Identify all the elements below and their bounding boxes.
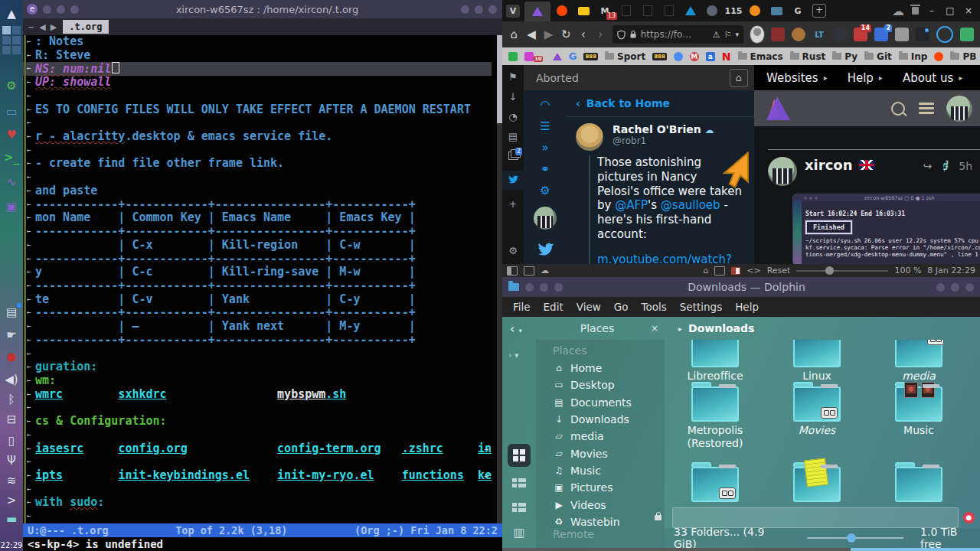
window-dot-button[interactable] (461, 5, 469, 14)
window-dot-button[interactable] (540, 283, 548, 292)
workspace-pager[interactable] (2, 26, 21, 54)
clear-filter-icon[interactable]: ● (963, 512, 975, 523)
places-item-pictures[interactable]: ▣Pictures (536, 479, 665, 496)
icons-view-button[interactable] (508, 444, 531, 467)
minimize-button[interactable]: – (926, 5, 937, 16)
blue-ext-icon[interactable]: 2 (874, 28, 888, 41)
site-menu-item[interactable]: About us▸ (903, 71, 962, 85)
window-dot-button[interactable] (488, 5, 497, 14)
split-view-button[interactable]: ▥ (508, 520, 531, 543)
menu-settings[interactable]: Settings (680, 301, 722, 313)
settings-gear-icon[interactable]: ⚙ (0, 78, 23, 93)
places-item-videos[interactable]: ▶Videos (536, 496, 665, 513)
twitter-panel-icon[interactable] (502, 171, 524, 190)
vivaldi-menu[interactable]: V (503, 2, 523, 20)
tweet-avatar[interactable] (576, 123, 603, 151)
folder-icon[interactable] (793, 467, 841, 502)
menu-edit[interactable]: Edit (544, 301, 564, 313)
window-dot-button[interactable] (525, 283, 534, 292)
window-dot-button[interactable] (936, 283, 945, 292)
arc-icon[interactable]: ◠ (540, 98, 550, 112)
profile-avatar[interactable] (750, 25, 765, 44)
panel-toggle-icon[interactable] (507, 266, 518, 276)
tab-imdb[interactable] (573, 2, 593, 20)
add-panel-icon[interactable]: + (502, 198, 524, 210)
folder-item[interactable] (773, 467, 861, 502)
tab-numbers[interactable]: 115 (724, 2, 743, 20)
bookmark-item[interactable] (934, 52, 943, 61)
places-item-downloads[interactable]: ↓Downloads (536, 411, 665, 428)
menu-file[interactable]: File (513, 301, 531, 313)
history-panel-icon[interactable]: ◔ (502, 111, 524, 122)
emacs-buffer[interactable]: ←: Notes←R: Steve←NS: num:nil←UP: showal… (23, 35, 492, 523)
red-ext-icon[interactable]: 14 (854, 28, 867, 41)
close-button[interactable]: × (963, 5, 974, 16)
ublock-icon[interactable] (771, 28, 785, 41)
tab-gutenberg[interactable]: G (788, 2, 808, 20)
tab-book[interactable] (616, 2, 636, 20)
grey-ext-icon[interactable] (895, 28, 909, 41)
people-icon[interactable]: ⚭ (541, 162, 550, 176)
twitter-bird-icon[interactable] (535, 240, 555, 257)
compact-view-button[interactable] (508, 471, 531, 494)
search-icon[interactable] (891, 102, 905, 116)
places-item-media[interactable]: ▱media (536, 428, 665, 445)
url-text[interactable]: https://fo… (641, 29, 709, 40)
tab-avatar[interactable] (702, 2, 722, 20)
folder-item[interactable]: Movies (773, 386, 861, 437)
address-bar[interactable]: https://fo… ⚠ ⚐ ▾ (612, 25, 743, 44)
places-close-icon[interactable]: × (651, 323, 658, 334)
forward-icon[interactable]: › (595, 28, 606, 41)
menu-go[interactable]: Go (614, 301, 629, 313)
cookie-icon[interactable] (792, 28, 805, 41)
places-item-home[interactable]: ⌂Home (536, 360, 665, 377)
chat-icon[interactable]: ▤ (0, 305, 23, 320)
home-icon[interactable]: ⌂ (508, 28, 520, 41)
launcher-rocket-icon[interactable]: ▲ (0, 6, 23, 21)
back-button[interactable]: ‹ ▾ (510, 321, 522, 336)
menu-help[interactable]: Help (735, 301, 759, 313)
tab-orange[interactable] (745, 2, 765, 20)
folder-icon[interactable] (691, 340, 739, 367)
bookmark-item[interactable]: M (690, 52, 699, 61)
tab-book[interactable] (659, 2, 679, 20)
tweet-url-link[interactable]: m.youtube.com/watch? (597, 253, 742, 265)
circle-ext-icon[interactable] (936, 26, 953, 43)
places-item-music[interactable]: ♫Music (536, 462, 665, 479)
window-dot-button[interactable] (57, 5, 65, 14)
zoom-slider-knob[interactable] (825, 266, 834, 275)
capture-icon[interactable]: ⌂ (703, 266, 708, 276)
tab-book[interactable] (638, 2, 658, 20)
browser-tabbar[interactable]: VM13115G+ ☁ – □ × (502, 0, 980, 21)
folder-item[interactable] (874, 467, 963, 502)
bookmark-folder[interactable]: Inp (899, 51, 928, 62)
languagetool-icon[interactable]: LT (812, 28, 826, 41)
mic-icon[interactable]: Ψ (0, 453, 23, 468)
fastforward-icon[interactable]: ▶ (543, 28, 554, 41)
details-view-button[interactable] (508, 496, 531, 519)
menu-dash-icon[interactable]: − (28, 22, 34, 32)
tab-forward-icon[interactable]: ▶ (51, 22, 57, 32)
bookmark-flag-icon[interactable]: ⚐ (724, 30, 732, 40)
window-dot-button[interactable] (475, 5, 483, 14)
feed-post[interactable]: xircon ↪ 🮲 5h (768, 157, 980, 186)
tab-active-triangle[interactable] (524, 2, 550, 21)
expand-chevron-icon[interactable]: › ▾ (508, 350, 518, 360)
sync-status-cloud-icon[interactable]: ☁ (541, 266, 549, 276)
folder-item[interactable]: Linux (773, 340, 861, 383)
tiling-icon[interactable] (524, 266, 534, 276)
maximize-button[interactable]: □ (945, 5, 956, 16)
share-icon[interactable]: ↪ (923, 160, 932, 172)
bookmark-item[interactable]: N (722, 51, 731, 63)
tab-photo[interactable] (766, 2, 786, 20)
bookmark-item[interactable] (553, 53, 562, 60)
bluetooth-icon[interactable]: ᛒ (0, 392, 23, 407)
folder-item[interactable]: Metropolis (Restored) (671, 386, 760, 450)
bookmarks-bar[interactable]: 10G888Sport888MaNEmacsRustPyGitInpPB» (502, 47, 980, 65)
hamburger-menu-icon[interactable] (919, 103, 934, 114)
filters-icon[interactable]: ☰ (540, 119, 550, 133)
filter-bar[interactable]: ● (672, 507, 959, 528)
site-menu-item[interactable]: Websites▸ (766, 71, 828, 85)
notes-panel-icon[interactable]: ▤ (502, 131, 524, 142)
tweet[interactable]: Rachel O'Brien ☁ @robr1 Those astonishin… (567, 117, 754, 264)
